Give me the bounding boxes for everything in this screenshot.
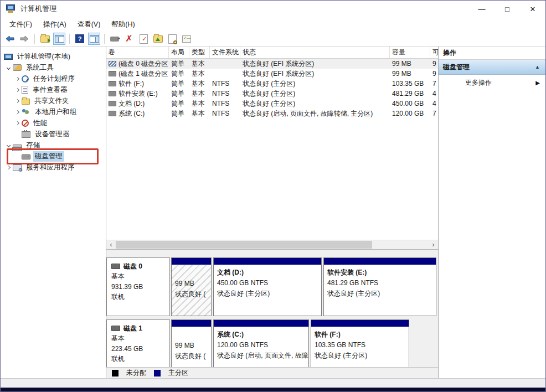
maximize-button[interactable]: □ <box>495 1 520 17</box>
bottom-navy-bar <box>1 388 545 391</box>
tree-item-computer-management[interactable]: 计算机管理(本地) <box>1 51 106 62</box>
system-tools-icon <box>13 64 22 71</box>
volume-row[interactable]: 软件安装 (E:) 简单 基本 NTFS 状态良好 (主分区) 481.29 G… <box>106 89 438 99</box>
action-pane-toggle-button[interactable] <box>88 33 100 45</box>
volume-row[interactable]: 软件 (F:) 简单 基本 NTFS 状态良好 (主分区) 103.35 GB … <box>106 79 438 89</box>
performance-icon <box>22 120 29 127</box>
partition-d[interactable]: 文档 (D:) 450.00 GB NTFS 状态良好 (主分区) <box>213 257 322 316</box>
column-layout[interactable]: 布局 <box>169 47 189 58</box>
console-tree-toggle-button[interactable] <box>53 33 65 45</box>
unallocated-swatch <box>112 370 119 376</box>
pointer-tool-button[interactable] <box>109 33 121 45</box>
scrollbar-track[interactable] <box>116 240 429 249</box>
scrollbar-thumb[interactable] <box>116 241 372 249</box>
disk-status: 联机 <box>111 292 165 302</box>
export-folder-icon <box>40 35 50 43</box>
export-list-button[interactable] <box>39 33 51 45</box>
more-actions-item[interactable]: 更多操作 ▶ <box>439 75 545 90</box>
tree-item-task-scheduler[interactable]: 任务计划程序 <box>1 73 106 84</box>
partition-color-bar <box>172 258 211 265</box>
actions-group-disk-management[interactable]: 磁盘管理 ▲ <box>439 60 545 75</box>
menu-file[interactable]: 文件(F) <box>4 18 38 31</box>
menu-action[interactable]: 操作(A) <box>38 18 72 31</box>
chevron-right-icon[interactable] <box>4 166 13 169</box>
volume-icon <box>109 71 116 76</box>
chevron-right-icon[interactable] <box>13 111 22 114</box>
volume-list-empty-area <box>106 118 438 240</box>
volume-row[interactable]: (磁盘 0 磁盘分区 1) 简单 基本 状态良好 (EFI 系统分区) 99 M… <box>106 59 438 69</box>
volume-icon <box>109 81 116 86</box>
column-status[interactable]: 状态 <box>240 47 390 58</box>
task-scheduler-icon <box>22 75 29 82</box>
tree-item-system-tools[interactable]: 系统工具 <box>1 62 106 73</box>
delete-volume-button[interactable]: ✗ <box>123 33 135 45</box>
disk-icon <box>111 264 120 269</box>
column-volume[interactable]: 卷 <box>106 47 169 58</box>
scroll-right-arrow[interactable]: › <box>429 240 438 249</box>
pointer-tool-icon <box>110 37 119 42</box>
column-filesystem[interactable]: 文件系统 <box>210 47 240 58</box>
volume-row[interactable]: (磁盘 1 磁盘分区 1) 简单 基本 状态良好 (EFI 系统分区) 99 M… <box>106 69 438 79</box>
partition-color-bar <box>324 258 436 265</box>
actions-pane-title: 操作 <box>439 47 545 60</box>
partition-color-bar <box>172 320 211 327</box>
column-capacity[interactable]: 容量 <box>390 47 430 58</box>
primary-partition-swatch <box>154 370 161 376</box>
volume-row[interactable]: 系统 (C:) 简单 基本 NTFS 状态良好 (启动, 页面文件, 故障转储,… <box>106 109 438 118</box>
tree-item-disk-management[interactable]: 磁盘管理 <box>1 151 106 162</box>
tree-item-performance[interactable]: 性能 <box>1 117 106 128</box>
disk-management-view: 卷 布局 类型 文件系统 状态 容量 可 (磁盘 0 磁盘分区 1) 简单 基本… <box>106 47 439 378</box>
forward-button[interactable] <box>18 33 30 45</box>
tree-item-local-users[interactable]: 本地用户和组 <box>1 106 106 117</box>
chevron-right-icon[interactable] <box>13 78 22 80</box>
help-button[interactable]: ? <box>74 33 86 45</box>
menu-help[interactable]: 帮助(H) <box>106 18 140 31</box>
volume-icon <box>109 61 116 66</box>
volume-row[interactable]: 文档 (D:) 简单 基本 NTFS 状态良好 (主分区) 450.00 GB … <box>106 99 438 109</box>
horizontal-scrollbar[interactable]: ‹ › <box>106 240 438 249</box>
help-icon: ? <box>75 34 84 43</box>
partition-e[interactable]: 软件安装 (E:) 481.29 GB NTFS 状态良好 (主分区) <box>323 257 436 316</box>
collapse-arrow-icon[interactable]: ▲ <box>535 64 540 70</box>
storage-icon <box>13 145 22 147</box>
console-tree-icon <box>55 35 64 43</box>
disk-size: 223.45 GB <box>111 344 165 354</box>
close-button[interactable]: ✕ <box>520 1 545 17</box>
chevron-right-icon[interactable] <box>13 89 22 91</box>
scroll-left-arrow[interactable]: ‹ <box>106 240 116 249</box>
chevron-down-icon[interactable] <box>4 144 13 147</box>
mark-active-button[interactable]: ✓ <box>137 33 150 45</box>
explore-button[interactable] <box>166 33 178 45</box>
computer-icon <box>4 54 13 60</box>
legend-primary-label: 主分区 <box>168 368 188 378</box>
chevron-right-icon[interactable] <box>13 122 22 125</box>
properties-button[interactable] <box>181 33 193 45</box>
chevron-down-icon[interactable] <box>4 66 13 69</box>
tree-item-services-apps[interactable]: 服务和应用程序 <box>1 162 106 173</box>
column-type[interactable]: 类型 <box>189 47 210 58</box>
shared-folders-icon <box>22 99 30 105</box>
disk-type: 基本 <box>111 333 165 344</box>
tree-item-storage[interactable]: 存储 <box>1 140 106 151</box>
tree-item-device-manager[interactable]: 设备管理器 <box>1 128 106 140</box>
partition-efi-disk0[interactable]: 99 MB 状态良好 ( <box>171 257 212 316</box>
back-button[interactable] <box>4 33 16 45</box>
disk-0-header[interactable]: 磁盘 0 基本 931.39 GB 联机 <box>106 257 170 316</box>
tree-item-event-viewer[interactable]: 事件查看器 <box>1 84 106 95</box>
tree-item-shared-folders[interactable]: 共享文件夹 <box>1 95 106 106</box>
window-title: 计算机管理 <box>20 4 56 14</box>
legend: 未分配 主分区 <box>106 367 438 378</box>
disk-status: 联机 <box>111 354 165 364</box>
forward-icon <box>19 35 29 42</box>
chevron-right-icon[interactable] <box>13 100 22 102</box>
volume-icon <box>109 111 116 116</box>
toolbar: ? ✗ ✓ <box>1 32 545 47</box>
column-free-clipped[interactable]: 可 <box>430 47 438 58</box>
minimize-button[interactable]: — <box>469 1 495 17</box>
disk-size: 931.39 GB <box>111 282 165 292</box>
menu-view[interactable]: 查看(V) <box>72 18 106 31</box>
toolbar-separator <box>69 34 70 44</box>
partition-color-bar <box>311 320 409 327</box>
open-folder-button[interactable] <box>152 33 164 45</box>
submenu-arrow-icon: ▶ <box>535 80 540 86</box>
